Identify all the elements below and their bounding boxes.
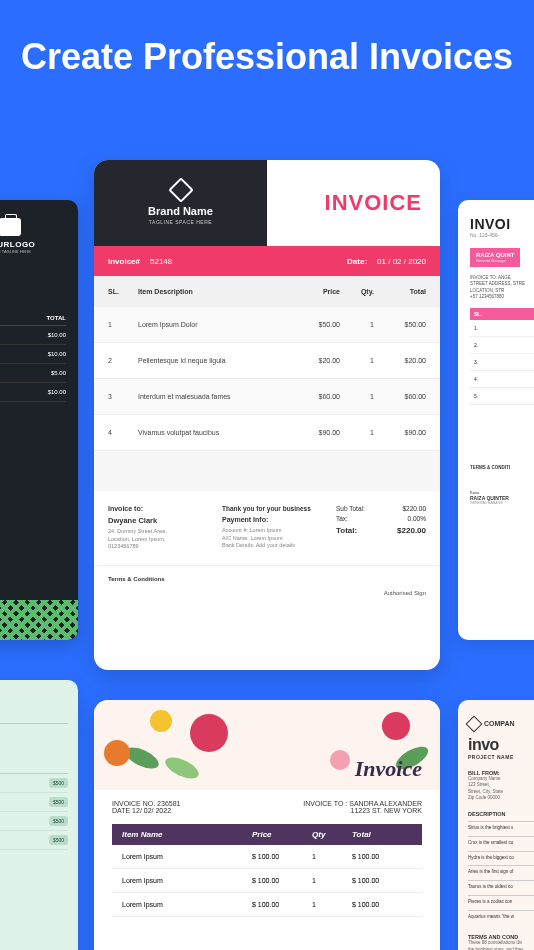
- subtotal-label: SUBTOTAL: [0, 764, 68, 774]
- table-row: Lorem Ipsum$ 100.001$ 100.00: [112, 869, 422, 893]
- table-row: 4Vivamus volutpat faucibus$90.001$90.00: [94, 415, 440, 451]
- col-sl: SL.: [470, 308, 534, 320]
- template-dark[interactable]: YOURLOGO YOUR TAGLINE HERE 11234567890 0…: [0, 200, 78, 640]
- table: TOTAL $10.00 $10.00 $5.00 $10.00: [0, 311, 66, 402]
- briefcase-icon: [0, 218, 21, 236]
- col-price: Price: [292, 288, 340, 295]
- table-row: 2.: [470, 337, 534, 354]
- signature: Raiza RAIZA QUINTER GENERAL MANAGE: [470, 490, 534, 505]
- tagline: TAGLINE SPACE HERE: [149, 219, 212, 225]
- line: Crux is the smallest co: [468, 836, 534, 847]
- col-sl: SL.: [108, 288, 134, 295]
- table-row: 1Lorem Ipsum Dolor$50.001$50.00: [94, 307, 440, 343]
- payment-method-label: PAYMENT METHOD: [0, 714, 68, 724]
- brand-name: Brand Name: [148, 205, 213, 217]
- table-row: 1.: [470, 320, 534, 337]
- meta: INVOICE TO: ANGE STREET ADDRESS, STRE LO…: [470, 275, 534, 300]
- payment-info: Account #: Lorem Ipsum A/C Name: Lorem I…: [222, 527, 328, 550]
- items-table: Item NamePriceQtyTotal Lorem Ipsum$ 100.…: [112, 824, 422, 917]
- items-table: SL. Item Description Price Qty. Total 1L…: [94, 276, 440, 451]
- bill-from: Company Name 123 Street, Street, City, S…: [468, 776, 534, 801]
- floral-header: Invoice: [94, 700, 440, 790]
- terms-label: Terms & Conditions: [94, 565, 440, 586]
- cell: $10.00: [48, 389, 66, 395]
- footer-email: VISUALART@MAIL: [470, 519, 534, 523]
- subtotal: ubtotal $30.00ipping $15.00: [0, 412, 66, 429]
- invoice-to-label: Invoice to:: [108, 505, 214, 512]
- invoice-heading: INVOICE: [267, 160, 440, 246]
- table-row: $500: [0, 774, 68, 793]
- project-label: PROJECT NAME: [468, 754, 534, 760]
- cell: $10.00: [48, 351, 66, 357]
- table-row: $500: [0, 812, 68, 831]
- invoice-title: Invoice: [355, 756, 422, 782]
- terms-label: TERMS & CONDITI: [470, 465, 534, 470]
- footer: Invoice to: Dwyane Clark 24. Dummy Stree…: [94, 491, 440, 565]
- contact-meta: 11234567890 0123456789 oice@mail.com: [0, 270, 66, 293]
- name-badge: RAIZA QUINTGeneral Manage: [470, 248, 520, 267]
- description-label: DESCRIPTION: [468, 811, 534, 817]
- invoice-to-address: 24. Dummy Street Area, Location, Lorem I…: [108, 528, 214, 551]
- tagline: YOUR TAGLINE HERE: [0, 249, 66, 254]
- col-desc: Item Description: [138, 288, 288, 295]
- table-row: 5.: [470, 388, 534, 405]
- line: Hydra is the biggest co: [468, 851, 534, 862]
- table-row: 3.: [470, 354, 534, 371]
- line: Taurus is the oldest co: [468, 880, 534, 891]
- page-heading: Create Professional Invoices: [0, 0, 534, 103]
- table-row: 3Interdum et malesuada fames$60.001$60.0…: [94, 379, 440, 415]
- terms-text: These 88 constellations div the brightes…: [468, 940, 534, 950]
- line: Aries is the first sign of: [468, 865, 534, 876]
- brand-name: YOURLOGO: [0, 240, 66, 249]
- col-qty: Qty.: [344, 288, 374, 295]
- brand-block: Brand Name TAGLINE SPACE HERE: [94, 160, 267, 246]
- table-row: Lorem Ipsum$ 100.001$ 100.00: [112, 893, 422, 917]
- cell: $10.00: [48, 332, 66, 338]
- company-name: COMPAN: [484, 720, 515, 727]
- payment-info-label: Payment Info:: [222, 516, 328, 523]
- template-pink[interactable]: INVOI No. 123-456- RAIZA QUINTGeneral Ma…: [458, 200, 534, 640]
- line: Pisces is a zodiac con: [468, 895, 534, 906]
- col-total: Total: [378, 288, 426, 295]
- template-main[interactable]: Brand Name TAGLINE SPACE HERE INVOICE In…: [94, 160, 440, 670]
- template-floral[interactable]: Invoice INVOICE NO. 236581DATE 12/ 02/ 2…: [94, 700, 440, 950]
- diamond-icon: [168, 177, 193, 202]
- template-mint[interactable]: OICE N° 0156124 PAYMENT METHOD SUBTOTAL …: [0, 680, 78, 950]
- totals: BTAL $100TAX 7.2%OTAL $2,144: [0, 860, 68, 884]
- invoice-title: invo: [468, 736, 534, 754]
- table-row: Lorem Ipsum$ 100.001$ 100.00: [112, 845, 422, 869]
- grand-total: OTAL $65.00: [0, 434, 66, 441]
- meta-row: INVOICE NO. 236581DATE 12/ 02/ 2022 INVO…: [94, 790, 440, 818]
- invoice-number: No. 123-456-: [470, 232, 534, 238]
- line: Aquarius means "the w: [468, 910, 534, 921]
- invoice-number: OICE N° 0156124: [0, 694, 68, 700]
- diamond-icon: [466, 715, 483, 732]
- line: Sirius is the brightest s: [468, 821, 534, 832]
- template-beige[interactable]: COMPAN invo PROJECT NAME BILL FROM: Comp…: [458, 700, 534, 950]
- invoice-title: INVOI: [470, 216, 534, 232]
- table-row: 2Pellentesque id neque ligula$20.001$20.…: [94, 343, 440, 379]
- table-row: 4.: [470, 371, 534, 388]
- table-row: $500: [0, 831, 68, 850]
- invoice-to-name: Dwyane Clark: [108, 516, 214, 525]
- chevron-pattern: [0, 600, 78, 640]
- cell: $5.00: [51, 370, 66, 376]
- thank-you: Thank you for your business: [222, 505, 328, 512]
- col-total: TOTAL: [47, 315, 66, 321]
- table-row: $500: [0, 793, 68, 812]
- signature-label: Authorised Sign: [94, 586, 440, 610]
- invoice-bar: Invoice#52148 Date:01 / 02 / 2020: [94, 246, 440, 276]
